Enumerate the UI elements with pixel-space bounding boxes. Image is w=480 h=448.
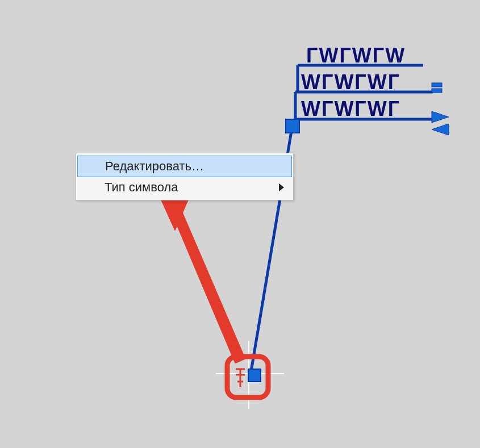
schematic-overlay — [0, 0, 480, 448]
sign-arrowheads — [432, 83, 449, 135]
svg-rect-9 — [432, 83, 442, 87]
drawing-canvas[interactable]: ГWГWГW WГWГWГ WГWГWГ — [0, 0, 480, 448]
menu-gutter — [77, 177, 102, 198]
submenu-arrow-icon — [279, 183, 284, 191]
svg-marker-12 — [432, 124, 449, 135]
svg-marker-11 — [432, 111, 449, 123]
svg-rect-10 — [432, 89, 442, 93]
selection-node-top — [286, 119, 299, 133]
menu-item-edit-label: Редактировать… — [103, 159, 291, 174]
context-menu: Редактировать… Тип символа — [76, 153, 294, 200]
sign-text-row-2: WГWГWГ — [301, 70, 400, 94]
base-marker-group — [216, 341, 284, 409]
svg-rect-15 — [248, 369, 261, 382]
menu-item-symbol-type-label: Тип символа — [102, 180, 292, 195]
menu-item-symbol-type[interactable]: Тип символа — [77, 177, 292, 198]
sign-text-row-1: ГWГWГW — [306, 44, 406, 68]
menu-gutter — [78, 156, 103, 177]
sign-text-row-3: WГWГWГ — [301, 97, 400, 121]
annotation-highlight-box — [227, 357, 268, 397]
svg-marker-20 — [170, 206, 245, 363]
menu-item-edit[interactable]: Редактировать… — [77, 156, 292, 177]
